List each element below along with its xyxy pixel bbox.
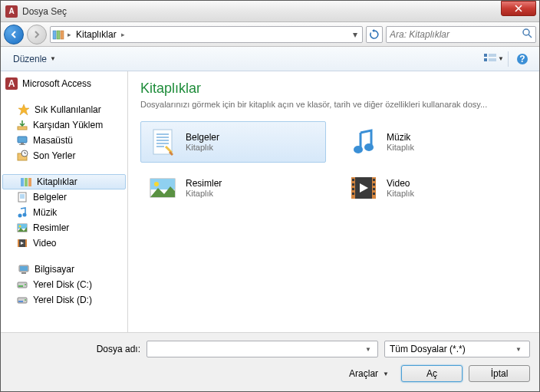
close-button[interactable] [501, 1, 536, 16]
svg-rect-32 [18, 239, 19, 247]
access-icon: A [5, 77, 18, 90]
refresh-button[interactable] [366, 26, 383, 43]
svg-point-30 [19, 226, 21, 228]
filename-input[interactable] [150, 344, 362, 354]
svg-rect-2 [61, 31, 64, 39]
sidebar-item-disk-d[interactable]: Yerel Disk (D:) [1, 292, 127, 308]
pictures-icon [147, 173, 178, 203]
svg-rect-8 [489, 58, 496, 61]
libraries-icon [52, 28, 64, 41]
svg-rect-57 [352, 179, 354, 181]
sidebar: A Microsoft Access Sık Kullanılanlar Kar… [1, 71, 128, 332]
tools-button[interactable]: Araçlar ▼ [343, 368, 395, 379]
sidebar-item-access[interactable]: A Microsoft Access [1, 76, 127, 91]
sidebar-item-disk-c[interactable]: Yerel Disk (C:) [1, 277, 127, 292]
svg-rect-64 [373, 193, 375, 195]
library-item-music[interactable]: Müzik Kitaplık [341, 121, 527, 163]
svg-rect-59 [352, 188, 354, 190]
sidebar-item-pictures[interactable]: Resimler [1, 220, 127, 236]
window-title: Dosya Seç [22, 6, 501, 17]
svg-rect-19 [21, 178, 24, 186]
svg-rect-0 [53, 31, 56, 39]
svg-rect-63 [373, 188, 375, 190]
chevron-down-icon: ▼ [512, 346, 525, 353]
sidebar-item-computer[interactable]: Bilgisayar [1, 262, 127, 277]
svg-rect-1 [57, 31, 60, 39]
content-description: Dosyalarınızı görmek için bir kitaplık a… [140, 100, 527, 109]
svg-point-26 [18, 214, 22, 218]
access-app-icon: A [5, 5, 18, 18]
sidebar-item-downloads[interactable]: Karşıdan Yüklem [1, 117, 127, 133]
view-options-button[interactable]: ▼ [484, 51, 504, 68]
chevron-down-icon: ▼ [498, 55, 504, 62]
breadcrumb[interactable]: ▸ Kitaplıklar ▸ ▾ [50, 26, 363, 43]
file-dialog: A Dosya Seç ▸ Kitaplıklar ▸ ▾ [0, 0, 540, 392]
svg-point-50 [364, 143, 374, 151]
documents-icon [147, 127, 178, 157]
dialog-body: A Microsoft Access Sık Kullanılanlar Kar… [1, 71, 539, 332]
chevron-down-icon[interactable]: ▼ [362, 346, 374, 353]
nav-forward-button[interactable] [27, 25, 47, 44]
svg-text:A: A [8, 78, 15, 89]
open-button[interactable]: Aç [401, 365, 463, 382]
sidebar-item-recent[interactable]: Son Yerler [1, 148, 127, 163]
sidebar-item-libraries[interactable]: Kitaplıklar [2, 174, 126, 189]
svg-point-42 [25, 299, 26, 301]
sidebar-item-desktop[interactable]: Masaüstü [1, 133, 127, 148]
library-item-videos[interactable]: Video Kitaplık [341, 167, 527, 209]
search-box[interactable] [386, 26, 536, 43]
svg-point-53 [154, 182, 159, 186]
svg-rect-21 [28, 178, 31, 186]
music-icon [348, 127, 379, 157]
close-icon [515, 5, 522, 12]
pictures-icon [16, 222, 28, 234]
items-grid: Belgeler Kitaplık Müzik Kitaplık Resimle… [140, 121, 527, 209]
svg-rect-13 [18, 127, 27, 130]
svg-rect-16 [19, 144, 25, 145]
breadcrumb-dropdown[interactable]: ▾ [350, 29, 361, 40]
help-button[interactable]: ? [512, 51, 532, 68]
documents-icon [16, 191, 28, 203]
breadcrumb-current[interactable]: Kitaplıklar [74, 29, 118, 40]
content-pane: Kitaplıklar Dosyalarınızı görmek için bi… [128, 71, 539, 332]
svg-rect-15 [21, 143, 24, 144]
cancel-button[interactable]: İptal [469, 365, 530, 382]
filename-combobox[interactable]: ▼ [147, 341, 378, 357]
refresh-icon [369, 29, 380, 40]
svg-rect-41 [18, 301, 23, 302]
chevron-right-icon: ▸ [64, 31, 74, 38]
arrow-right-icon [32, 30, 41, 39]
sidebar-item-documents[interactable]: Belgeler [1, 189, 127, 205]
organize-button[interactable]: Düzenle ▼ [7, 51, 62, 68]
svg-rect-60 [352, 193, 354, 195]
svg-point-3 [523, 29, 529, 35]
library-item-pictures[interactable]: Resimler Kitaplık [140, 167, 326, 209]
disk-icon [16, 278, 28, 291]
nav-back-button[interactable] [4, 25, 24, 44]
sidebar-item-videos[interactable]: Video [1, 236, 127, 251]
svg-rect-58 [352, 183, 354, 186]
svg-rect-38 [18, 285, 23, 287]
svg-point-27 [23, 213, 27, 217]
chevron-down-icon: ▼ [50, 55, 56, 62]
computer-icon [18, 263, 30, 275]
search-input[interactable] [390, 29, 522, 40]
music-icon [16, 206, 28, 219]
svg-text:?: ? [519, 54, 525, 64]
desktop-icon [16, 134, 28, 147]
chevron-down-icon: ▼ [383, 371, 389, 377]
downloads-icon [16, 119, 28, 131]
svg-rect-35 [20, 266, 28, 271]
sidebar-item-favorites[interactable]: Sık Kullanılanlar [1, 102, 127, 117]
svg-rect-22 [18, 193, 26, 202]
search-icon [522, 28, 532, 41]
svg-point-39 [25, 284, 26, 285]
videos-icon [16, 237, 28, 249]
sidebar-item-music[interactable]: Müzik [1, 205, 127, 220]
library-item-documents[interactable]: Belgeler Kitaplık [140, 121, 326, 163]
svg-rect-36 [21, 272, 26, 274]
recent-icon [16, 150, 28, 162]
file-filter-dropdown[interactable]: Tüm Dosyalar (*.*) ▼ [384, 341, 530, 357]
filename-label: Dosya adı: [10, 344, 140, 354]
arrow-left-icon [9, 30, 18, 39]
